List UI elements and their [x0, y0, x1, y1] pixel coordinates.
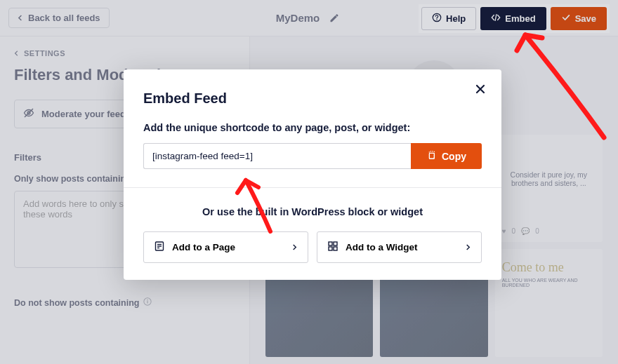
shortcode-input[interactable]: [143, 143, 411, 169]
modal-or-text: Or use the built in WordPress block or w…: [143, 206, 482, 217]
close-icon: [475, 83, 486, 95]
add-to-widget-button[interactable]: Add to a Widget: [317, 231, 482, 263]
page-icon: [154, 241, 165, 254]
copy-label: Copy: [442, 151, 466, 162]
svg-rect-7: [429, 153, 434, 159]
modal-button-row: Add to a Page Add to a Widget: [143, 231, 482, 263]
add-widget-label: Add to a Widget: [346, 242, 418, 252]
copy-button[interactable]: Copy: [411, 143, 482, 169]
chevron-right-icon: [291, 242, 298, 252]
svg-rect-13: [334, 242, 337, 245]
modal-subtitle: Add the unique shortcode to any page, po…: [143, 122, 482, 133]
add-to-page-button[interactable]: Add to a Page: [143, 231, 308, 263]
svg-rect-14: [329, 247, 332, 250]
embed-feed-modal: Embed Feed Add the unique shortcode to a…: [124, 69, 501, 280]
add-page-label: Add to a Page: [172, 242, 235, 252]
shortcode-row: Copy: [143, 143, 482, 169]
modal-title: Embed Feed: [143, 90, 482, 107]
divider: [124, 187, 501, 188]
svg-rect-12: [329, 242, 332, 245]
copy-icon: [426, 150, 436, 162]
svg-rect-15: [334, 247, 337, 250]
chevron-right-icon: [465, 242, 471, 252]
close-button[interactable]: [472, 81, 489, 97]
widget-icon: [327, 241, 338, 254]
